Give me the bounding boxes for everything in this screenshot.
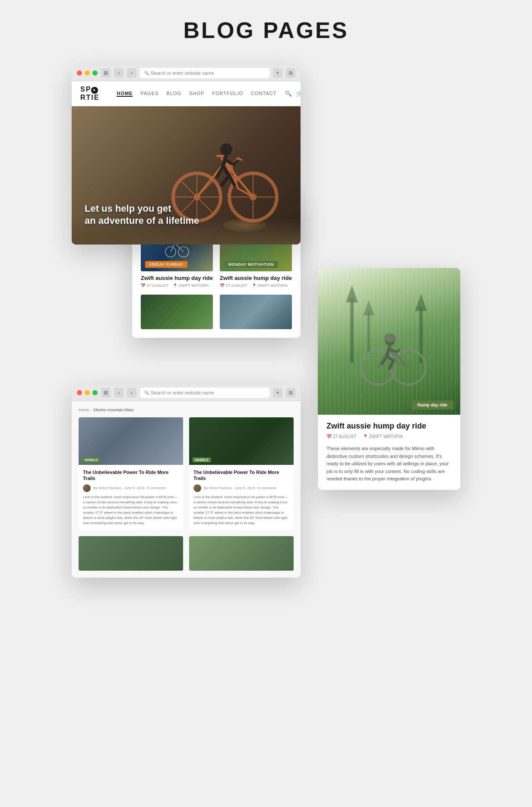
dot-red-3[interactable] (77, 390, 82, 395)
back-btn[interactable]: ‹ (114, 68, 124, 78)
address-bar-1[interactable]: 🔍 Search or enter website name (140, 68, 269, 78)
nav-portfolio[interactable]: FORTFOLIO (212, 91, 243, 97)
article-date-1: June 5, 2019 (124, 486, 144, 490)
article-title-1: The Unbelievable Power To Ride More Trai… (83, 469, 179, 482)
breadcrumb-current: Electric mountain bikes (94, 408, 134, 412)
article-excerpt-1: Levo is the liveliest, most responsive f… (83, 495, 179, 526)
tabs-btn[interactable]: ⧉ (286, 68, 295, 78)
dot-green-3[interactable] (92, 390, 98, 395)
back-btn-3[interactable]: ‹ (114, 388, 124, 397)
svg-marker-19 (363, 300, 374, 315)
hero-background: Let us help you get an adventure of a li… (72, 106, 301, 245)
calendar-icon-right: 📅 (326, 434, 332, 439)
more-card-img-1 (141, 295, 213, 329)
right-panel-meta: 📅 27 AUGUST 📍 ZWIFT WATOPIA (326, 434, 452, 439)
tabs-btn-3[interactable]: ⧉ (286, 388, 295, 397)
new-tab-btn[interactable]: + (273, 68, 282, 78)
svg-point-23 (384, 334, 396, 342)
article-title-2: The Unbelievable Power To Ride More Trai… (193, 469, 289, 482)
blog-location-1: 📍 ZWIFT WATOPIA (173, 283, 209, 288)
tab-view-btn[interactable]: ⊞ (101, 68, 111, 78)
search-icon: 🔍 (144, 71, 149, 75)
browser-window-3: ⊞ ‹ › 🔍 Search or enter website name + ⧉… (72, 384, 301, 578)
article-card-1: WHEELS The Unbelievable Power To Ride Mo… (79, 417, 183, 530)
dot-yellow-3[interactable] (85, 390, 90, 395)
breadcrumb-home[interactable]: Home (79, 408, 89, 412)
cart-icon-nav[interactable]: 🛒 (296, 90, 301, 97)
article-excerpt-2: Levo is the liveliest, most responsive f… (193, 495, 289, 526)
nav-home[interactable]: HOME (117, 91, 133, 97)
right-panel-content: Zwift aussie hump day ride 📅 27 AUGUST 📍… (318, 415, 460, 490)
article-category-1: WHEELS (82, 458, 100, 462)
tab-view-btn-3[interactable]: ⊞ (101, 388, 111, 397)
hero-text-overlay: Let us help you get an adventure of a li… (85, 203, 199, 227)
article-author-row-1: By Victor Pacheco · June 5, 2019 · 6 com… (83, 484, 179, 492)
blog-tag-2: Monday Motivation (224, 261, 278, 268)
nav-blog[interactable]: BLOG (167, 91, 182, 97)
bottom-img-2 (189, 536, 294, 571)
right-panel-location: 📍 ZWIFT WATOPIA (363, 434, 403, 439)
author-avatar-1 (83, 484, 91, 492)
author-name-1: By Victor Pacheco (93, 486, 121, 490)
nav-contact[interactable]: CONTACT (251, 91, 276, 97)
article-grid: WHEELS The Unbelievable Power To Ride Mo… (79, 417, 294, 530)
article-card-2: WHEELS The Unbelievable Power To Ride Mo… (189, 417, 294, 530)
blog-title-2: Zwift aussie hump day ride (220, 275, 292, 281)
hero-headline: Let us help you get an adventure of a li… (85, 203, 199, 227)
nav-pages[interactable]: PAGES (140, 91, 158, 97)
right-panel-date: 📅 27 AUGUST (326, 434, 357, 439)
author-info-1: By Victor Pacheco · June 5, 2019 · 6 com… (93, 486, 166, 490)
address-text-3: Search or enter website name (151, 390, 214, 395)
more-cards-row (141, 295, 292, 329)
breadcrumb: Home / Electric mountain bikes (79, 408, 294, 412)
article-card-img-2: WHEELS (189, 417, 294, 465)
address-text: Search or enter website name (151, 70, 214, 76)
right-panel-card: Hump day ride Zwift aussie hump day ride… (318, 268, 460, 490)
logo-icon: ✦ (91, 87, 98, 94)
calendar-icon-1: 📅 (141, 283, 146, 288)
author-name-2: By Victor Pacheco (204, 486, 232, 490)
search-icon-nav[interactable]: 🔍 (285, 90, 292, 97)
blog-location-2: 📍 ZWIFT WATOPIA (252, 283, 288, 288)
page-title: BLOG PAGES (184, 17, 349, 43)
location-icon-2: 📍 (252, 283, 256, 288)
article-comments-2: 6 comments (258, 486, 277, 490)
more-image-2 (189, 536, 294, 571)
search-icon-3: 🔍 (144, 391, 149, 395)
browser-actions-1: + ⧉ (273, 68, 295, 78)
browser-window-1: ⊞ ‹ › 🔍 Search or enter website name + ⧉… (72, 65, 301, 245)
location-icon-right: 📍 (363, 434, 368, 439)
address-bar-3[interactable]: 🔍 Search or enter website name (140, 388, 269, 398)
blog-meta-2: 📅 27 AUGUST 📍 ZWIFT WATOPIA (220, 283, 292, 288)
more-image-1 (79, 536, 183, 571)
dot-red[interactable] (77, 70, 82, 76)
article-date-2: June 5, 2019 (235, 486, 255, 490)
article-author-row-2: By Victor Pacheco · June 5, 2019 · 6 com… (193, 484, 289, 492)
article-comments-1: 6 comments (147, 486, 166, 490)
article-card-body-2: The Unbelievable Power To Ride More Trai… (189, 465, 294, 530)
hero-section: Let us help you get an adventure of a li… (72, 106, 301, 245)
right-panel-tag: Hump day ride (412, 400, 453, 410)
forward-btn-3[interactable]: › (127, 388, 136, 397)
forward-btn[interactable]: › (127, 68, 136, 78)
blog-tag-1: Friday Funday (145, 261, 187, 268)
blog-title-1: Zwift aussie hump day ride (141, 275, 213, 281)
right-panel-image: Hump day ride (318, 268, 460, 415)
svg-point-10 (220, 143, 232, 156)
new-tab-btn-3[interactable]: + (273, 388, 282, 397)
article-category-2: WHEELS (193, 458, 211, 462)
dot-yellow[interactable] (85, 70, 90, 76)
browser-actions-3: + ⧉ (273, 388, 295, 397)
calendar-icon-2: 📅 (220, 283, 225, 288)
bottom-article-images (79, 536, 294, 571)
right-panel-desc: These elements are especially made for M… (326, 445, 452, 483)
browsers-container: ⊞ ‹ › 🔍 Search or enter website name + ⧉… (72, 65, 460, 583)
mountain-biker-svg (346, 281, 432, 393)
author-avatar-2 (193, 484, 201, 492)
blog-date-2: 📅 27 AUGUST (220, 283, 247, 288)
browser-dots-3 (77, 390, 98, 395)
nav-shop[interactable]: SHOP (189, 91, 204, 97)
author-info-2: By Victor Pacheco · June 5, 2019 · 6 com… (204, 486, 276, 490)
location-icon-1: 📍 (173, 283, 177, 288)
dot-green[interactable] (92, 70, 98, 76)
